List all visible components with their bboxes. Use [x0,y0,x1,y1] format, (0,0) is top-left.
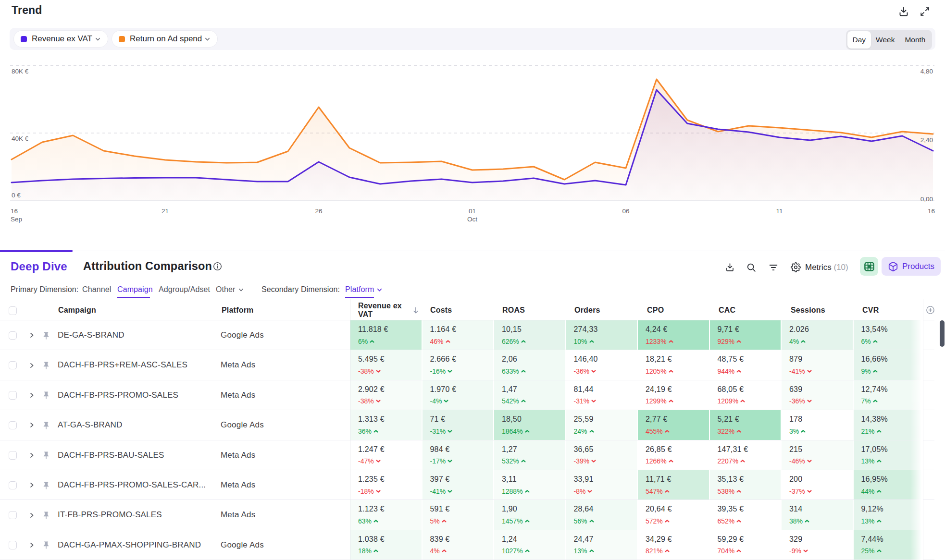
svg-text:0,00: 0,00 [920,195,933,203]
svg-text:4,80: 4,80 [920,68,933,75]
svg-text:06: 06 [622,207,629,215]
svg-text:Oct: Oct [467,216,477,223]
svg-text:11: 11 [776,207,783,215]
svg-text:01: 01 [469,207,476,215]
svg-text:21: 21 [162,207,169,215]
svg-text:80K €: 80K € [12,68,29,75]
svg-text:16: 16 [928,207,935,215]
svg-text:26: 26 [315,207,322,215]
svg-text:2,40: 2,40 [920,136,933,144]
svg-text:Sep: Sep [11,216,22,223]
svg-text:40K €: 40K € [12,135,29,142]
svg-text:0 €: 0 € [12,192,21,199]
svg-text:16: 16 [11,207,18,215]
